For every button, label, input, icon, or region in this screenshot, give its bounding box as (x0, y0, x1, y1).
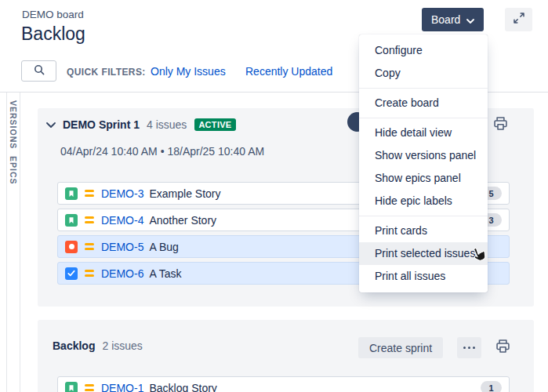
menu-group: Configure Copy (359, 36, 488, 88)
menu-item-print-selected-issues[interactable]: Print selected issues (359, 242, 488, 265)
story-icon (65, 382, 78, 392)
breadcrumb[interactable]: DEMO board (22, 9, 84, 20)
menu-group: Print cards Print selected issues Print … (359, 216, 488, 291)
sprint-header: DEMO Sprint 1 4 issues ACTIVE (45, 116, 236, 133)
menu-item-configure[interactable]: Configure (359, 39, 488, 62)
epics-panel-toggle[interactable]: EPICS (9, 156, 18, 185)
backlog-panel: Backlog 2 issues Create sprint (38, 320, 534, 392)
priority-medium-icon (85, 243, 94, 250)
ellipsis-icon (463, 347, 466, 350)
menu-item-show-epics-panel[interactable]: Show epics panel (359, 167, 488, 190)
story-icon (65, 214, 78, 227)
story-icon (65, 187, 78, 200)
sprint-date-range: 04/Apr/24 10:40 AM • 18/Apr/25 10:40 AM (60, 145, 264, 158)
issue-summary: A Bug (149, 241, 178, 253)
issue-key-link[interactable]: DEMO-5 (101, 241, 143, 253)
backlog-issue-list: DEMO-1 Backlog Story 1 (57, 376, 510, 392)
menu-item-hide-epic-labels[interactable]: Hide epic labels (359, 190, 488, 212)
issue-summary: A Task (149, 267, 181, 280)
estimate-badge: 1 (481, 381, 502, 392)
backlog-issue-count: 2 issues (102, 339, 142, 352)
issue-key-link[interactable]: DEMO-4 (101, 214, 143, 227)
chevron-down-icon (466, 13, 474, 26)
issue-summary: Backlog Story (149, 382, 216, 392)
bug-icon (65, 241, 78, 253)
board-menu-button[interactable]: Board (422, 8, 484, 31)
menu-item-print-all-issues[interactable]: Print all issues (359, 265, 488, 288)
create-sprint-label: Create sprint (369, 342, 432, 354)
printer-icon (495, 338, 511, 358)
printer-icon (492, 115, 509, 135)
search-button[interactable] (21, 60, 56, 82)
page-title: Backlog (21, 24, 85, 45)
issue-summary: Example Story (149, 187, 220, 200)
fullscreen-button[interactable] (505, 8, 532, 31)
collapse-sprint-button[interactable] (45, 118, 57, 131)
backlog-more-button[interactable] (457, 337, 481, 358)
sprint-name: DEMO Sprint 1 (63, 118, 140, 131)
priority-medium-icon (85, 190, 94, 197)
menu-group: Hide detail view Show versions panel Sho… (359, 118, 488, 216)
backlog-header: Backlog 2 issues (53, 339, 143, 352)
versions-panel-toggle[interactable]: VERSIONS (9, 100, 18, 149)
filter-only-my-issues[interactable]: Only My Issues (151, 65, 226, 78)
menu-group: Create board (359, 88, 488, 118)
board-dropdown-menu: Configure Copy Create board Hide detail … (359, 34, 488, 292)
sprint-status-badge: ACTIVE (194, 118, 235, 131)
board-menu-button-label: Board (431, 13, 460, 26)
menu-item-print-cards[interactable]: Print cards (359, 220, 488, 242)
priority-medium-icon (85, 384, 94, 391)
left-panel-rail: VERSIONS EPICS (6, 93, 20, 392)
menu-item-create-board[interactable]: Create board (359, 92, 488, 114)
priority-medium-icon (85, 270, 94, 277)
issue-summary: Another Story (149, 214, 216, 227)
issue-key-link[interactable]: DEMO-1 (101, 382, 143, 392)
print-backlog-button[interactable] (493, 338, 512, 357)
menu-item-copy[interactable]: Copy (359, 62, 488, 85)
issue-key-link[interactable]: DEMO-3 (101, 187, 143, 200)
expand-icon (513, 12, 525, 27)
menu-item-hide-detail-view[interactable]: Hide detail view (359, 122, 488, 144)
priority-medium-icon (85, 216, 94, 223)
task-icon (65, 267, 78, 280)
print-sprint-button[interactable] (491, 115, 510, 134)
backlog-board-page: VERSIONS EPICS DEMO board Backlog Board … (0, 0, 548, 392)
issue-row-demo-1[interactable]: DEMO-1 Backlog Story 1 (57, 376, 510, 392)
create-sprint-button[interactable]: Create sprint (358, 337, 443, 358)
quick-filters-label: QUICK FILTERS: (67, 67, 146, 78)
search-icon (34, 64, 45, 78)
backlog-section-name: Backlog (53, 339, 95, 352)
menu-item-show-versions-panel[interactable]: Show versions panel (359, 144, 488, 167)
issue-key-link[interactable]: DEMO-6 (101, 267, 143, 280)
sprint-issue-count: 4 issues (147, 118, 187, 131)
filter-recently-updated[interactable]: Recently Updated (245, 65, 332, 78)
